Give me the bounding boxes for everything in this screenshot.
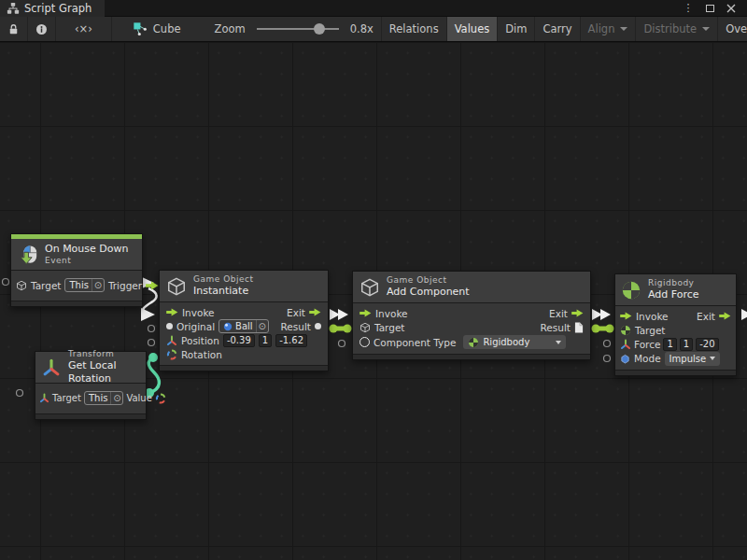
invoke-port-label: Invoke bbox=[375, 308, 408, 319]
overview-label: Overview bbox=[726, 22, 747, 35]
force-y-field[interactable]: 1 bbox=[680, 338, 693, 351]
flow-arrow-icon[interactable] bbox=[146, 281, 159, 290]
node-title: On Mouse Down bbox=[45, 243, 128, 256]
node-header[interactable]: On Mouse Down Event bbox=[11, 239, 142, 271]
flow-connection-addcomponent-addforce[interactable] bbox=[592, 309, 611, 320]
object-picker-icon[interactable]: ⊙ bbox=[256, 320, 268, 332]
code-view-button[interactable]: ‹×› bbox=[56, 17, 112, 41]
flow-arrow-icon[interactable] bbox=[620, 312, 632, 320]
target-value-chip[interactable]: This ⊙ bbox=[64, 278, 104, 292]
node-footer bbox=[160, 365, 328, 371]
graph-canvas[interactable]: On Mouse Down Event Target This ⊙ Tri bbox=[0, 42, 747, 560]
carry-label: Carry bbox=[543, 22, 571, 35]
transform-icon bbox=[39, 393, 49, 403]
carry-button[interactable]: Carry bbox=[535, 17, 580, 41]
node-footer bbox=[11, 301, 142, 306]
document-icon[interactable] bbox=[574, 322, 584, 333]
node-on-mouse-down[interactable]: On Mouse Down Event Target This ⊙ Tri bbox=[10, 233, 143, 307]
value-connection-rotation[interactable] bbox=[145, 353, 159, 398]
original-port-label: Original bbox=[176, 321, 215, 332]
component-type-port-circle[interactable] bbox=[359, 337, 370, 347]
flow-connection-instantiate-addcomponent[interactable] bbox=[330, 309, 348, 320]
object-picker-icon[interactable]: ⊙ bbox=[110, 392, 122, 404]
position-z-field[interactable]: -1.62 bbox=[275, 334, 307, 347]
node-header[interactable]: Game Object Instantiate bbox=[160, 271, 328, 302]
node-add-component[interactable]: Game Object Add Component Invoke Exit bbox=[352, 271, 591, 360]
node-title: Add Component bbox=[387, 286, 470, 299]
invoke-port-label: Invoke bbox=[636, 311, 669, 322]
relations-label: Relations bbox=[389, 22, 439, 35]
node-category: Rigidbody bbox=[648, 278, 699, 288]
node-footer bbox=[353, 354, 590, 359]
node-title: Get Local Rotation bbox=[68, 359, 140, 385]
flow-connection-offscreen[interactable] bbox=[741, 309, 747, 320]
dim-button[interactable]: Dim bbox=[498, 17, 535, 41]
game-object-icon bbox=[359, 277, 380, 298]
object-picker-icon[interactable]: ⊙ bbox=[92, 279, 104, 291]
rotation-icon bbox=[166, 349, 177, 360]
tab-script-graph[interactable]: Script Graph bbox=[0, 0, 105, 17]
value-port-dot[interactable] bbox=[166, 323, 173, 329]
value-port-dot[interactable] bbox=[315, 323, 321, 329]
overview-button[interactable]: Overview bbox=[718, 17, 747, 41]
game-object-icon bbox=[359, 322, 371, 333]
relations-button[interactable]: Relations bbox=[382, 17, 447, 41]
value-connection-result-target-1[interactable] bbox=[330, 325, 352, 333]
port-circle-getlocalrotation-target bbox=[17, 390, 23, 397]
node-subtitle: Event bbox=[45, 256, 128, 266]
component-type-dropdown[interactable]: Rigidbody bbox=[463, 335, 566, 349]
original-value-chip[interactable]: Ball ⊙ bbox=[218, 319, 269, 333]
position-y-field[interactable]: 1 bbox=[259, 334, 272, 347]
chevron-down-icon bbox=[620, 27, 627, 31]
value-connection-result-target-2[interactable] bbox=[592, 325, 614, 333]
node-instantiate[interactable]: Game Object Instantiate Invoke Exit O bbox=[159, 270, 329, 371]
align-button[interactable]: Align bbox=[581, 17, 637, 41]
position-port-label: Position bbox=[181, 335, 219, 346]
graph-target-name: Cube bbox=[153, 22, 181, 35]
graph-target-icon bbox=[133, 21, 148, 36]
node-footer bbox=[35, 413, 146, 419]
position-x-field[interactable]: -0.39 bbox=[223, 334, 255, 347]
target-value: This bbox=[89, 393, 107, 403]
flow-arrow-icon[interactable] bbox=[719, 312, 731, 320]
zoom-label: Zoom bbox=[215, 22, 246, 35]
node-header[interactable]: Game Object Add Component bbox=[353, 272, 590, 303]
info-button[interactable] bbox=[28, 17, 56, 41]
force-x-field[interactable]: 1 bbox=[663, 338, 676, 351]
lock-button[interactable] bbox=[0, 17, 28, 41]
zoom-slider[interactable] bbox=[257, 22, 339, 35]
node-title: Add Force bbox=[648, 288, 699, 301]
force-mode-dropdown[interactable]: Impulse bbox=[665, 352, 721, 366]
toolbar: ‹×› Cube Zoom 0.8x Relations Values Dim … bbox=[0, 17, 747, 42]
distribute-label: Distribute bbox=[643, 22, 697, 35]
values-button[interactable]: Values bbox=[447, 17, 499, 41]
node-category: Game Object bbox=[193, 274, 253, 285]
port-circle-instantiate-original bbox=[148, 326, 155, 332]
target-port-label: Target bbox=[374, 322, 404, 333]
port-circle-addcomponent-componenttype bbox=[339, 341, 345, 347]
node-get-local-rotation[interactable]: Transform Get Local Rotation Target This… bbox=[35, 351, 147, 420]
distribute-button[interactable]: Distribute bbox=[636, 17, 718, 41]
flow-arrow-icon[interactable] bbox=[166, 308, 178, 316]
flow-arrow-icon[interactable] bbox=[359, 309, 372, 317]
tab-title: Script Graph bbox=[24, 2, 92, 15]
node-header[interactable]: Rigidbody Add Force bbox=[615, 274, 736, 306]
force-icon bbox=[620, 339, 631, 350]
flow-arrow-icon[interactable] bbox=[571, 309, 584, 317]
node-header[interactable]: Transform Get Local Rotation bbox=[35, 352, 146, 384]
close-icon[interactable] bbox=[725, 2, 738, 15]
invoke-port-label: Invoke bbox=[182, 307, 215, 318]
align-label: Align bbox=[588, 22, 615, 35]
flow-arrow-icon[interactable] bbox=[309, 308, 321, 316]
rotation-icon[interactable] bbox=[155, 393, 166, 404]
mouse-down-icon bbox=[18, 245, 38, 265]
force-z-field[interactable]: -20 bbox=[696, 338, 718, 351]
zoom-slider-handle[interactable] bbox=[314, 23, 325, 35]
info-icon bbox=[35, 22, 49, 36]
node-add-force[interactable]: Rigidbody Add Force Invoke Exit bbox=[614, 273, 737, 376]
kebab-menu-icon[interactable]: ⋮ bbox=[682, 2, 695, 15]
node-category: Game Object bbox=[387, 275, 470, 286]
maximize-icon[interactable] bbox=[703, 2, 716, 15]
force-mode-icon bbox=[620, 354, 630, 364]
target-value-chip[interactable]: This ⊙ bbox=[84, 391, 123, 405]
